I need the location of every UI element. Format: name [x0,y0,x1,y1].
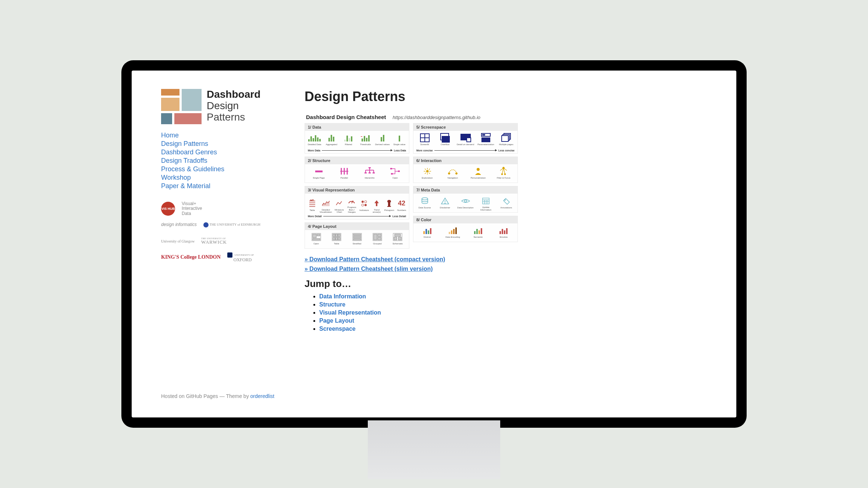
sidebar: Dashboard Design Patterns Home Design Pa… [161,89,279,417]
svg-rect-50 [353,236,361,238]
screen: Dashboard Design Patterns Home Design Pa… [132,71,736,417]
download-slim-link[interactable]: » Download Pattern Cheatsheet (slim vers… [305,266,707,272]
vishub-icon: VIS HUB [161,202,175,216]
cheatsheet-section-layout: 4/ Page Layout Open Table Stratified Gro… [305,222,409,249]
svg-line-79 [429,173,430,174]
svg-line-78 [425,169,426,170]
logo-text: Dashboard Design Patterns [207,89,260,123]
svg-rect-66 [467,138,471,142]
svg-rect-42 [333,234,335,237]
svg-rect-51 [353,238,361,240]
svg-point-32 [364,204,367,206]
svg-line-80 [425,173,426,174]
svg-point-89 [503,167,505,169]
nav-workshop[interactable]: Workshop [161,174,191,181]
svg-point-29 [362,201,364,203]
svg-point-90 [501,173,503,175]
svg-rect-36 [387,206,391,207]
svg-rect-20 [398,171,400,172]
svg-point-73 [426,170,428,172]
glasgow-logo: University of Glasgow [161,239,195,243]
svg-line-81 [429,169,430,170]
svg-rect-3 [161,113,172,124]
svg-rect-54 [378,234,381,237]
svg-point-34 [387,200,391,203]
cheatsheet-title: Dashboard Design Cheatsheet [306,114,386,120]
svg-rect-4 [174,113,202,124]
jump-data-information[interactable]: Data Information [319,293,366,299]
svg-rect-68 [482,134,485,136]
footer-text: Hosted on GitHub Pages — Theme by [161,393,250,399]
svg-rect-19 [390,168,392,169]
download-compact-link[interactable]: » Download Pattern Cheatsheet (compact v… [305,256,707,263]
logo-icon [161,89,202,124]
cheatsheet-section-data: 1/ Data Detailed Data Aggregated Filtere… [305,123,409,154]
svg-point-91 [504,173,506,175]
svg-point-31 [362,204,364,206]
svg-rect-47 [338,237,340,240]
nav-process-guidelines[interactable]: Process & Guidelines [161,165,224,173]
footer-theme-link[interactable]: orderedlist [250,393,274,399]
svg-point-102 [505,200,505,200]
cheatsheet-url: https://dashboarddesignpatterns.github.i… [393,115,481,120]
svg-rect-35 [388,202,390,206]
monitor-frame: Dashboard Design Patterns Home Design Pa… [121,60,747,428]
cheatsheet-section-visual: 3/ Visual Representation 1,24Table Detai… [305,186,409,219]
svg-rect-69 [481,137,490,142]
nav-home[interactable]: Home [161,132,179,139]
svg-rect-39 [317,234,320,236]
svg-point-84 [477,168,480,171]
svg-rect-15 [369,167,371,168]
cheatsheet-section-structure: 2/ Structure Single Page Parallel Hierar… [305,157,409,183]
svg-rect-5 [315,171,323,172]
jump-to-heading: Jump to… [305,278,707,290]
site-logo[interactable]: Dashboard Design Patterns [161,89,279,124]
svg-rect-55 [378,237,381,240]
nav-dashboard-genres[interactable]: Dashboard Genres [161,148,217,156]
svg-text:1,24: 1,24 [310,200,314,201]
svg-rect-44 [338,234,340,237]
jump-visual-representation[interactable]: Visual Representation [319,309,381,316]
sidebar-nav: Home Design Patterns Dashboard Genres De… [161,131,279,191]
svg-rect-59 [398,237,401,240]
svg-rect-40 [313,238,320,240]
svg-rect-72 [502,136,508,141]
svg-rect-49 [353,234,361,236]
page-title: Design Patterns [305,89,707,104]
svg-rect-18 [373,172,375,173]
design-informatics-logo: design informatics [161,222,197,227]
svg-rect-58 [394,237,397,240]
nav-design-patterns[interactable]: Design Patterns [161,140,208,147]
svg-rect-17 [369,172,371,173]
jump-page-layout[interactable]: Page Layout [319,317,354,324]
cheatsheet-section-metadata: 7/ Meta Data Data Source Disclaimer Data… [413,186,518,213]
svg-rect-21 [391,173,393,175]
main-content: Design Patterns Dashboard Design Cheatsh… [305,89,707,417]
jump-structure[interactable]: Structure [319,301,345,308]
nav-paper-material[interactable]: Paper & Material [161,182,210,190]
svg-rect-16 [364,172,367,173]
jump-screenspace[interactable]: Screenspace [319,326,356,332]
cheatsheet-section-color: 8/ Color Distinct Data Encoding Semantic… [413,216,518,242]
cheatsheet-image[interactable]: Dashboard Design Cheatsheet https://dash… [305,113,518,249]
footer: Hosted on GitHub Pages — Theme by ordere… [161,393,279,417]
jump-to-list: Data Information Structure Visual Repres… [305,293,707,332]
svg-rect-53 [374,234,377,240]
svg-point-92 [422,198,428,200]
svg-rect-38 [313,234,316,238]
monitor-stand [368,420,500,479]
oxford-logo: UNIVERSITY OF OXFORD [227,252,254,262]
svg-rect-97 [483,198,489,204]
edinburgh-logo: THE UNIVERSITY of EDINBURGH [203,222,260,227]
nav-design-tradeoffs[interactable]: Design Tradoffs [161,157,207,164]
cheatsheet-section-screenspace: 5/ Screenspace Screenfit Overflow Detail… [413,123,518,154]
svg-marker-33 [374,200,379,206]
svg-point-83 [455,173,457,175]
svg-rect-2 [161,98,179,111]
svg-point-30 [364,201,367,203]
cheatsheet-section-interaction: 6/ Interaction Exploration Navigation Pe… [413,157,518,183]
svg-point-96 [465,200,467,202]
svg-rect-45 [333,237,335,240]
kings-logo: KING'S College LONDON [161,254,221,260]
svg-rect-1 [182,89,202,111]
